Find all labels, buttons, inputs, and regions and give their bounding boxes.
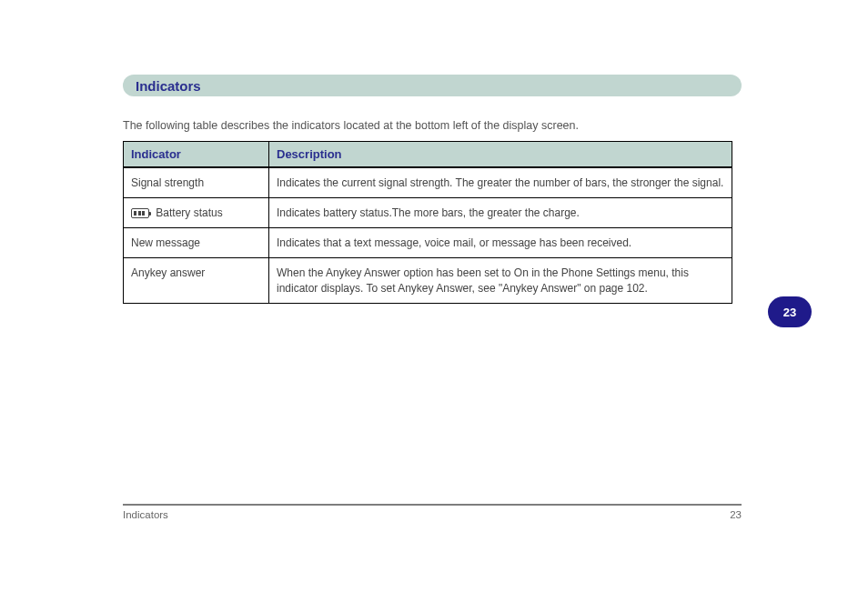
table-row: New message Indicates that a text messag… <box>124 228 732 258</box>
cell-indicator: Battery status <box>124 198 269 228</box>
cell-description: Indicates battery status.The more bars, … <box>269 198 732 228</box>
cell-indicator: New message <box>124 228 269 258</box>
section-header-bar: Indicators <box>123 75 742 96</box>
footer-section-name: Indicators <box>123 509 168 520</box>
page-number-tab: 23 <box>768 296 812 327</box>
cell-indicator: Signal strength <box>124 167 269 198</box>
section-title: Indicators <box>136 78 201 94</box>
page-content: Indicators The following table describes… <box>123 75 742 304</box>
cell-description: Indicates the current signal strength. T… <box>269 167 732 198</box>
table-header-description: Description <box>269 141 732 167</box>
cell-description: When the Anykey Answer option has been s… <box>269 258 732 303</box>
cell-description: Indicates that a text message, voice mai… <box>269 228 732 258</box>
cell-indicator: Anykey answer <box>124 258 269 303</box>
table-row: Battery status Indicates battery status.… <box>124 198 732 228</box>
table-row: Signal strength Indicates the current si… <box>124 167 732 198</box>
table-header-indicator: Indicator <box>124 141 269 167</box>
battery-icon <box>131 208 149 218</box>
battery-bars <box>134 211 145 216</box>
section-intro: The following table describes the indica… <box>123 118 742 134</box>
table-row: Anykey answer When the Anykey Answer opt… <box>124 258 732 303</box>
indicators-table: Indicator Description Signal strength In… <box>123 141 732 304</box>
page-footer: Indicators 23 <box>123 504 742 520</box>
cell-indicator-label: Battery status <box>156 206 222 219</box>
table-header-row: Indicator Description <box>124 141 732 167</box>
footer-page-number: 23 <box>730 509 742 520</box>
